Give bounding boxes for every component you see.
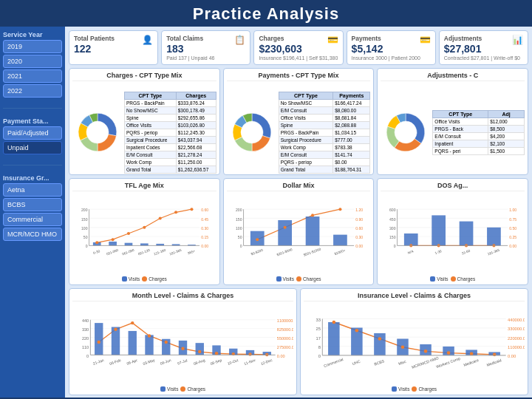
svg-text:0.60: 0.60 — [201, 208, 208, 212]
sidebar-year-2022[interactable]: 2022 — [3, 84, 62, 98]
chart-body-2: CPT TypeAdjOffice Visits$12,000PRGS - Ba… — [381, 83, 525, 175]
sidebar-year-2021[interactable]: 2021 — [3, 69, 62, 83]
donut-table-0: CPT TypeChargesPRGS - BackPain$333,876.2… — [124, 92, 216, 174]
svg-point-160 — [355, 329, 359, 332]
chart-donut-0: Charges - CPT Type Mix CPT TypeChargesPR… — [69, 68, 220, 175]
svg-text:0.25: 0.25 — [510, 235, 517, 239]
svg-point-13 — [112, 238, 115, 241]
svg-text:100: 100 — [81, 226, 88, 231]
svg-text:Misc: Misc — [398, 359, 406, 366]
svg-text:0: 0 — [239, 244, 242, 248]
chart-body-r2-1: $0-$200$201-$500$501-$1000$1000+05010015… — [227, 193, 371, 275]
charts-row-1: Charges - CPT Type Mix CPT TypeChargesPR… — [69, 68, 528, 175]
chart-line-0: Month Level - Claims & Charges 21-Jan06-… — [69, 288, 297, 395]
svg-text:$501-$1000: $501-$1000 — [303, 248, 321, 257]
sidebar-unpaid[interactable]: Unpaid — [3, 141, 62, 154]
svg-point-15 — [143, 226, 146, 229]
chart-title-r3-1: Insurance Level - Claims & Charges — [304, 292, 525, 301]
chart-title-r2-0: TFL Age Mix — [72, 182, 216, 191]
chart-body-r3-1: CommercialUHCBCBSMiscMCR/MCD HMOWorkers … — [304, 303, 525, 386]
kpi-sub-1: Paid 137 | Unpaid 46 — [166, 55, 245, 61]
chart-donut-2: Adjustments - C CPT TypeAdjOffice Visits… — [377, 68, 528, 175]
svg-point-114 — [131, 321, 134, 324]
svg-text:08-Aug: 08-Aug — [193, 358, 205, 366]
kpi-value-1: 183 — [166, 43, 245, 55]
chart-bar-2: DOS Ag... N/A1-3031-60181-36501503004506… — [377, 178, 528, 285]
svg-text:200: 200 — [81, 208, 88, 212]
legend-item: Charges — [142, 276, 167, 282]
svg-text:0: 0 — [394, 244, 396, 248]
svg-text:07-Jul: 07-Jul — [177, 358, 188, 365]
legend-item: Charges — [412, 386, 437, 392]
svg-text:21-Jan: 21-Jan — [92, 358, 105, 366]
legend-item: Charges — [451, 276, 476, 282]
sidebar-ins-bcbs[interactable]: BCBS — [3, 198, 62, 211]
sidebar-year-2019[interactable]: 2019 — [3, 40, 62, 53]
sidebar-paid-adjusted[interactable]: Paid/Adjusted — [3, 126, 62, 140]
svg-text:MCR/MCD HMO: MCR/MCD HMO — [411, 355, 439, 369]
sidebar-ins-aetna[interactable]: Aetna — [3, 183, 62, 197]
svg-rect-44 — [278, 220, 292, 245]
svg-rect-45 — [305, 216, 319, 245]
kpi-sub-3: Insurance 3000 | Patient 2000 — [352, 55, 431, 61]
svg-rect-46 — [333, 235, 347, 246]
chart-title-0: Charges - CPT Type Mix — [72, 72, 216, 81]
svg-rect-151 — [328, 322, 340, 355]
sidebar-ins-commercial[interactable]: Commercial — [3, 213, 62, 226]
chart-title-r3-0: Month Level - Claims & Charges — [72, 292, 293, 301]
sidebar-ins-mcr[interactable]: MCR/MCD HMO — [3, 228, 62, 241]
sidebar-divider-2 — [3, 165, 62, 166]
svg-text:8: 8 — [318, 345, 321, 349]
sidebar-year-2020[interactable]: 2020 — [3, 55, 62, 68]
svg-text:0.75: 0.75 — [510, 217, 517, 222]
svg-text:0.60: 0.60 — [355, 226, 363, 231]
svg-text:0: 0 — [318, 354, 321, 358]
charts-row-2: TFL Age Mix 0-30031-060061-090091-120121… — [69, 178, 528, 285]
svg-text:UHC: UHC — [352, 359, 361, 366]
svg-point-115 — [148, 334, 151, 337]
kpi-title-0: Total Patients 👤 — [74, 35, 153, 42]
svg-rect-103 — [129, 331, 137, 355]
svg-point-118 — [198, 350, 201, 353]
chart-body-r2-0: 0-30031-060061-090091-120121-180181-3653… — [72, 193, 216, 275]
legend-item: Visits — [276, 276, 294, 282]
svg-text:121-180: 121-180 — [153, 248, 166, 256]
main-layout: Service Year 2019 2020 2021 2022 Payment… — [0, 27, 532, 398]
svg-point-162 — [401, 345, 405, 349]
svg-text:06-Jun: 06-Jun — [160, 358, 172, 366]
kpi-value-3: $5,142 — [352, 43, 431, 55]
svg-text:Medicare: Medicare — [463, 358, 479, 367]
kpi-value-0: 122 — [74, 43, 153, 55]
svg-text:181-365: 181-365 — [169, 248, 183, 256]
chart-body-0: CPT TypeChargesPRGS - BackPain$333,876.2… — [72, 83, 216, 175]
svg-text:06-Feb: 06-Feb — [109, 358, 121, 366]
kpi-card-0: Total Patients 👤 122 — [69, 30, 158, 65]
svg-text:330000.00: 330000.00 — [508, 327, 525, 331]
svg-text:1-30: 1-30 — [434, 249, 443, 255]
kpi-title-1: Total Claims 📋 — [166, 35, 245, 42]
kpi-title-2: Charges 💳 — [259, 35, 338, 42]
chart-bar-1: Dollar Mix $0-$200$201-$500$501-$1000$10… — [223, 178, 375, 285]
svg-rect-101 — [95, 323, 103, 355]
kpi-card-2: Charges 💳 $230,603 Insurance $196,411 | … — [253, 30, 343, 65]
charts-row-3: Month Level - Claims & Charges 21-Jan06-… — [69, 288, 528, 395]
svg-text:100: 100 — [236, 226, 242, 231]
chart-body-1: CPT TypePaymentsNo Show/MSC$166,417.24E/… — [227, 83, 371, 175]
page-title: Practice Analysis — [0, 4, 532, 24]
svg-rect-6 — [109, 242, 117, 245]
legend-item: Charges — [180, 386, 205, 392]
svg-rect-153 — [374, 333, 386, 355]
svg-text:0.90: 0.90 — [355, 217, 363, 222]
svg-text:300: 300 — [389, 226, 396, 231]
svg-rect-73 — [432, 215, 446, 245]
svg-text:0.00: 0.00 — [277, 354, 285, 358]
svg-text:06-Sep: 06-Sep — [210, 358, 222, 366]
svg-text:Medicaid: Medicaid — [486, 358, 502, 367]
donut-svg-2 — [381, 107, 432, 159]
svg-text:1.00: 1.00 — [510, 208, 517, 212]
svg-rect-104 — [145, 335, 153, 355]
legend-item: Visits — [430, 276, 448, 282]
svg-text:0.15: 0.15 — [201, 235, 208, 239]
svg-point-116 — [165, 341, 168, 344]
svg-text:BCBS: BCBS — [374, 358, 386, 366]
